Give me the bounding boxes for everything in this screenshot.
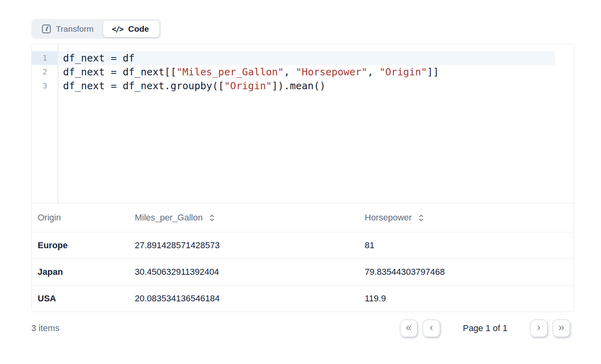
table-row: USA 20.083534136546184 119.9 [32, 285, 574, 312]
previous-page-button[interactable] [423, 320, 440, 337]
cell-origin: Europe [32, 240, 129, 251]
code-editor[interactable]: 1df_next = df2df_next = df_next[["Miles_… [32, 44, 574, 203]
page: f Transform </> Code 1df_next = df2df_ne… [0, 0, 601, 337]
cell-horsepower: 119.9 [359, 293, 574, 304]
sort-icon[interactable] [209, 214, 215, 222]
tab-transform[interactable]: f Transform [31, 21, 101, 37]
line-number: 1 [32, 51, 58, 65]
cell-horsepower: 81 [359, 240, 574, 251]
line-number: 3 [32, 79, 58, 93]
function-icon: f [42, 25, 51, 33]
items-count: 3 items [31, 323, 59, 333]
column-header-origin: Origin [32, 213, 129, 223]
cell-miles-per-gallon: 30.450632911392404 [129, 267, 359, 277]
tab-bar: f Transform </> Code [31, 19, 161, 39]
tab-code-label: Code [128, 24, 149, 34]
table-row: Europe 27.891428571428573 81 [32, 232, 574, 259]
next-page-button[interactable] [530, 320, 547, 337]
table-header-row: Origin Miles_per_Gallon Horsepower [32, 203, 574, 232]
cell-horsepower: 79.83544303797468 [359, 267, 574, 277]
code-line-active[interactable]: 1df_next = df [32, 51, 574, 65]
table-footer: 3 items Page 1 of 1 [31, 312, 574, 337]
cell-origin: USA [32, 293, 129, 304]
double-chevron-right-icon [557, 324, 566, 333]
cell-origin: Japan [32, 267, 129, 277]
chevron-right-icon [535, 324, 543, 333]
tab-transform-label: Transform [56, 24, 94, 34]
column-header-miles-per-gallon: Miles_per_Gallon [129, 213, 359, 223]
code-line-text: df_next = df_next.groupby(["Origin"]).me… [58, 79, 574, 93]
column-header-horsepower: Horsepower [359, 213, 574, 223]
column-header-label: Miles_per_Gallon [135, 213, 203, 223]
column-header-label: Horsepower [365, 213, 412, 223]
line-number: 2 [32, 65, 58, 79]
code-line-text: df_next = df_next[["Miles_per_Gallon", "… [58, 65, 574, 79]
cell-miles-per-gallon: 20.083534136546184 [129, 293, 359, 304]
code-line[interactable]: 3df_next = df_next.groupby(["Origin"]).m… [32, 79, 574, 93]
code-icon: </> [112, 25, 123, 33]
tab-code[interactable]: </> Code [103, 21, 159, 37]
double-chevron-left-icon [404, 324, 413, 333]
code-line[interactable]: 2df_next = df_next[["Miles_per_Gallon", … [32, 65, 574, 79]
first-page-button[interactable] [400, 320, 417, 337]
last-page-button[interactable] [553, 320, 570, 337]
table-row: Japan 30.450632911392404 79.835443037974… [32, 259, 574, 285]
sort-icon[interactable] [418, 214, 425, 222]
page-indicator: Page 1 of 1 [463, 323, 507, 333]
pagination: Page 1 of 1 [400, 320, 574, 337]
column-header-label: Origin [38, 213, 61, 223]
cell-miles-per-gallon: 27.891428571428573 [129, 240, 359, 251]
code-and-table-card: 1df_next = df2df_next = df_next[["Miles_… [31, 44, 574, 312]
code-line-text: df_next = df [58, 51, 555, 65]
chevron-left-icon [427, 324, 435, 333]
